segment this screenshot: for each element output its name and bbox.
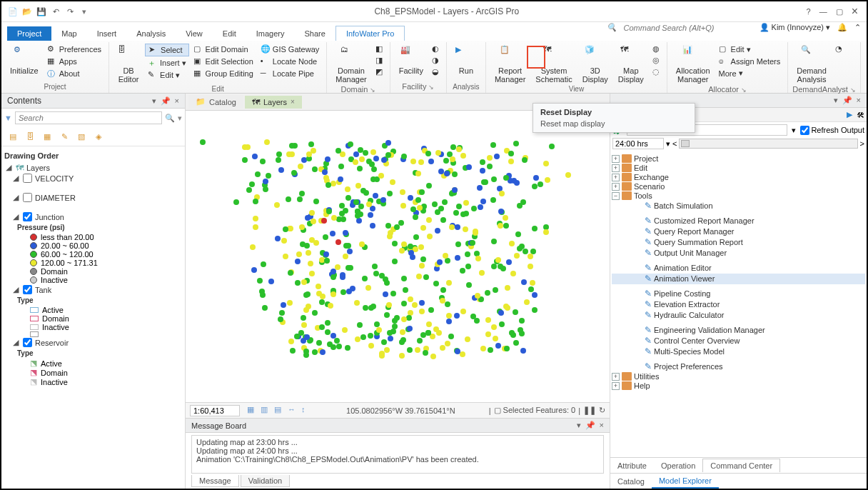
tree-elevation-extractor[interactable]: ✎Elevation Extractor bbox=[612, 299, 865, 310]
allocator-more-button[interactable]: More ▾ bbox=[716, 68, 784, 79]
tree-multi-species[interactable]: ✎Multi-Species Model bbox=[612, 346, 865, 357]
domain-opt3[interactable]: ◩ bbox=[373, 66, 385, 77]
layers-root[interactable]: ◢🗺Layers bbox=[4, 162, 182, 173]
scenario-dropdown-icon[interactable]: ▾ bbox=[792, 126, 796, 135]
autohide-icon[interactable]: 📌 bbox=[161, 96, 171, 106]
save-icon[interactable]: 💾 bbox=[36, 6, 47, 17]
domain-manager-button[interactable]: 🗂Domain Manager bbox=[331, 44, 370, 85]
db-editor-button[interactable]: 🗄DB Editor bbox=[113, 44, 143, 85]
minimize-button[interactable]: — bbox=[819, 7, 827, 16]
list-by-snapping-icon[interactable]: ▧ bbox=[74, 129, 89, 144]
allocator-launcher-icon[interactable]: ↘ bbox=[741, 86, 747, 94]
reservoir-legend-row[interactable]: ⬔Inactive bbox=[4, 377, 182, 386]
status-icon-4[interactable]: ↔ bbox=[288, 405, 299, 416]
tab-share[interactable]: Share bbox=[295, 26, 335, 41]
rp-close-icon[interactable]: × bbox=[857, 96, 861, 105]
domain-opt1[interactable]: ◧ bbox=[373, 44, 385, 54]
locate-pipe-button[interactable]: ─Locate Pipe bbox=[258, 68, 322, 79]
tree-control-center[interactable]: ✎Control Center Overview bbox=[612, 336, 865, 346]
diameter-checkbox[interactable] bbox=[23, 193, 32, 202]
about-button[interactable]: ⓘAbout bbox=[44, 68, 104, 79]
demand-analysis-button[interactable]: 🔍Demand Analysis bbox=[792, 44, 831, 85]
insert-button[interactable]: ＋Insert ▾ bbox=[145, 57, 189, 69]
msg-close-icon[interactable]: × bbox=[600, 421, 604, 430]
close-pane-icon[interactable]: × bbox=[175, 96, 179, 106]
reservoir-legend-row[interactable]: ⬔Active bbox=[4, 359, 182, 368]
refresh-icon[interactable]: ↻ bbox=[599, 406, 605, 415]
open-icon[interactable]: 📂 bbox=[21, 6, 33, 17]
tree-custom-report[interactable]: ✎Customized Report Manager bbox=[612, 216, 865, 226]
help-icon[interactable]: ? bbox=[807, 7, 811, 16]
tree-edit[interactable]: +Edit bbox=[612, 164, 865, 173]
allocation-manager-button[interactable]: 📊Allocation Manager bbox=[672, 44, 715, 85]
status-icon-5[interactable]: ↕ bbox=[301, 405, 313, 416]
allocator-edit-button[interactable]: ▢Edit ▾ bbox=[716, 44, 784, 55]
contents-tree[interactable]: Drawing Order ◢🗺Layers ◢VELOCITY ◢DIAMET… bbox=[1, 146, 185, 489]
undo-icon[interactable]: ↶ bbox=[50, 6, 61, 17]
model-explorer-tree[interactable]: +Project +Edit +Exchange +Scenario −Tool… bbox=[610, 151, 867, 457]
tree-scenario[interactable]: +Scenario bbox=[612, 182, 865, 191]
tree-project[interactable]: +Project bbox=[612, 154, 865, 164]
pause-drawing-icon[interactable]: ❚❚ bbox=[583, 406, 596, 415]
msg-tab-message[interactable]: Message bbox=[191, 475, 239, 487]
assign-meters-button[interactable]: ⌾Assign Meters bbox=[716, 56, 784, 67]
facility-button[interactable]: 🏭Facility bbox=[395, 44, 428, 77]
time-scrollbar[interactable] bbox=[679, 139, 857, 149]
facility-opt3[interactable]: ◒ bbox=[429, 66, 442, 77]
legend-row[interactable]: 60.00 ~ 120.00 bbox=[4, 250, 182, 259]
view-opt3[interactable]: ◌ bbox=[650, 66, 662, 77]
report-manager-button[interactable]: 📋Report Manager bbox=[490, 44, 530, 85]
tab-edit[interactable]: Edit bbox=[213, 26, 246, 41]
apps-button[interactable]: ▦Apps bbox=[44, 56, 104, 67]
tree-pipeline-costing[interactable]: ✎Pipeline Costing bbox=[612, 289, 865, 299]
tab-catalog-view[interactable]: 📁Catalog bbox=[188, 95, 243, 109]
udf-button[interactable]: 🧩UDF bbox=[865, 44, 868, 79]
tab-layers-view[interactable]: 🗺Layers× bbox=[245, 96, 302, 109]
tree-anim-viewer[interactable]: ✎Animation Viewer bbox=[612, 274, 865, 284]
tree-query-report[interactable]: ✎Query Report Manager bbox=[612, 226, 865, 237]
edit-domain-button[interactable]: ▢Edit Domain bbox=[191, 44, 256, 55]
notifications-icon[interactable]: 🔔 bbox=[837, 23, 847, 32]
tree-tools[interactable]: −Tools bbox=[612, 191, 865, 201]
tree-query-sum[interactable]: ✎Query Summation Report bbox=[612, 237, 865, 248]
group-editing-button[interactable]: ▦Group Editing bbox=[191, 68, 256, 79]
filter-icon[interactable]: ▼ bbox=[4, 114, 12, 122]
msg-tab-validation[interactable]: Validation bbox=[241, 475, 291, 487]
tab-insert[interactable]: Insert bbox=[87, 26, 127, 41]
view-opt2[interactable]: ◎ bbox=[650, 55, 662, 66]
qat-more-icon[interactable]: ▾ bbox=[79, 6, 90, 17]
legend-row[interactable]: Inactive bbox=[4, 276, 182, 284]
tank-legend-row[interactable]: Domain bbox=[4, 314, 182, 323]
demand-opt[interactable]: ◔ bbox=[832, 44, 845, 54]
edit-dropdown-button[interactable]: ✎Edit ▾ bbox=[145, 69, 189, 81]
tree-batch-sim[interactable]: ✎Batch Simulation bbox=[612, 201, 865, 211]
pane-options-icon[interactable]: ▾ bbox=[152, 96, 156, 106]
tree-anim-editor[interactable]: ✎Animation Editor bbox=[612, 263, 865, 274]
tab-imagery[interactable]: Imagery bbox=[246, 26, 295, 41]
maximize-button[interactable]: ▢ bbox=[836, 7, 843, 16]
domain-launcher-icon[interactable]: ↘ bbox=[370, 86, 375, 94]
contents-search-input[interactable] bbox=[15, 111, 162, 124]
legend-row[interactable]: less than 20.00 bbox=[4, 233, 182, 241]
search-icon[interactable]: 🔍 bbox=[165, 114, 175, 123]
facility-opt2[interactable]: ◑ bbox=[429, 55, 442, 66]
domain-opt2[interactable]: ◨ bbox=[373, 55, 385, 66]
tree-output-unit[interactable]: ✎Output Unit Manager bbox=[612, 248, 865, 259]
tab-command-center[interactable]: Command Center bbox=[702, 459, 780, 472]
map-display-button[interactable]: 🗺Map Display bbox=[614, 44, 648, 85]
junction-checkbox[interactable] bbox=[23, 212, 32, 221]
msg-options-icon[interactable]: ▾ bbox=[577, 421, 581, 430]
message-board-body[interactable]: Updating map at 23:00 hrs ... Updating m… bbox=[191, 435, 604, 474]
tree-hydraulic-calc[interactable]: ✎Hydraulic Calculator bbox=[612, 310, 865, 321]
tree-eng-validation[interactable]: ✎Engineering Validation Manager bbox=[612, 325, 865, 336]
tab-map[interactable]: Map bbox=[51, 26, 86, 41]
legend-row[interactable]: Domain bbox=[4, 267, 182, 276]
reservoir-checkbox[interactable] bbox=[23, 338, 32, 347]
list-by-drawing-order-icon[interactable]: ▤ bbox=[6, 129, 20, 144]
legend-row[interactable]: 20.00 ~ 60.00 bbox=[4, 241, 182, 250]
time-combo[interactable] bbox=[612, 138, 664, 149]
layer-tank[interactable]: ◢Tank bbox=[4, 284, 182, 295]
new-project-icon[interactable]: 📄 bbox=[7, 6, 19, 17]
tree-proj-prefs[interactable]: ✎Project Preferences bbox=[612, 361, 865, 372]
rp-run-icon[interactable]: ▶ bbox=[847, 110, 852, 119]
